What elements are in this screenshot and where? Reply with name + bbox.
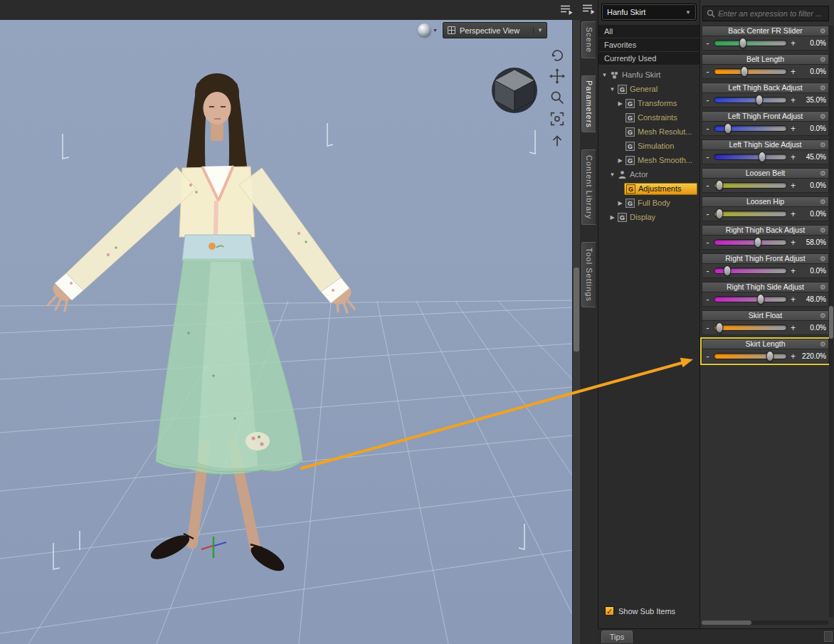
slider-value[interactable]: 0.0% xyxy=(796,267,826,275)
slider-value[interactable]: 0.0% xyxy=(796,181,826,189)
decrement-button[interactable]: - xyxy=(704,39,711,48)
gear-icon[interactable]: ⚙ xyxy=(820,226,826,236)
slider-value[interactable]: 58.0% xyxy=(796,238,826,246)
draw-style-sphere-button[interactable] xyxy=(418,23,431,37)
slider-track[interactable] xyxy=(714,97,787,103)
decrement-button[interactable]: - xyxy=(704,295,711,304)
tree-node-constraints[interactable]: GConstraints xyxy=(598,110,700,125)
decrement-button[interactable]: - xyxy=(704,210,711,218)
gear-icon[interactable]: ⚙ xyxy=(820,26,826,36)
slider-thumb[interactable] xyxy=(756,294,764,305)
decrement-button[interactable]: - xyxy=(704,352,711,361)
viewport-panel-menu-icon[interactable] xyxy=(559,4,575,16)
pane-group-menu-icon[interactable] xyxy=(581,3,597,16)
decrement-button[interactable]: - xyxy=(704,238,711,247)
increment-button[interactable]: + xyxy=(790,39,796,48)
slider-thumb[interactable] xyxy=(716,208,724,219)
slider-thumb[interactable] xyxy=(755,95,763,105)
tab-scene[interactable]: Scene xyxy=(581,21,596,58)
slider-thumb[interactable] xyxy=(739,38,747,48)
pan-tool-icon[interactable] xyxy=(548,67,566,85)
slider-value[interactable]: 0.0% xyxy=(796,210,826,218)
resize-corner[interactable] xyxy=(824,631,833,642)
3d-viewport[interactable]: ▼ Perspective View ▼ xyxy=(0,20,572,644)
rotate-tool-icon[interactable] xyxy=(548,46,566,63)
increment-button[interactable]: + xyxy=(790,324,796,332)
view-cube[interactable] xyxy=(490,65,539,115)
gear-icon[interactable]: ⚙ xyxy=(820,311,826,321)
gear-icon[interactable]: ⚙ xyxy=(820,197,826,207)
scrollbar-handle[interactable] xyxy=(829,306,833,339)
increment-button[interactable]: + xyxy=(790,153,796,162)
tab-tool-settings[interactable]: Tool Settings xyxy=(581,242,596,307)
gear-icon[interactable]: ⚙ xyxy=(820,83,826,93)
gear-icon[interactable]: ⚙ xyxy=(820,283,826,292)
node-selector-dropdown[interactable]: Hanfu Skirt ▼ xyxy=(602,4,696,20)
slider-track[interactable] xyxy=(714,68,787,75)
tab-parameters[interactable]: Parameters xyxy=(581,75,596,132)
slider-value[interactable]: 220.0% xyxy=(796,352,826,360)
decrement-button[interactable]: - xyxy=(704,96,711,105)
increment-button[interactable]: + xyxy=(790,267,796,275)
decrement-button[interactable]: - xyxy=(704,181,711,190)
slider-thumb[interactable] xyxy=(716,322,724,333)
tree-node-display[interactable]: ▶GDisplay xyxy=(598,210,700,224)
slider-value[interactable]: 0.0% xyxy=(796,39,826,47)
slider-track[interactable] xyxy=(714,40,787,46)
filter-input[interactable] xyxy=(718,9,825,18)
tree-node-adjustments[interactable]: GAdjustments xyxy=(598,181,700,196)
tree-expander-icon[interactable]: ▼ xyxy=(608,171,616,178)
increment-button[interactable]: + xyxy=(790,352,796,361)
slider-track[interactable] xyxy=(714,211,787,217)
slider-track[interactable] xyxy=(714,268,787,274)
gear-icon[interactable]: ⚙ xyxy=(820,254,826,264)
tree-expander-icon[interactable]: ▶ xyxy=(616,100,624,107)
increment-button[interactable]: + xyxy=(790,125,796,133)
tree-node-hanfu-skirt[interactable]: ▼Hanfu Skirt xyxy=(598,68,700,82)
slider-value[interactable]: 48.0% xyxy=(796,295,826,303)
show-sub-items-checkbox[interactable]: ✓ xyxy=(605,606,614,616)
slider-thumb[interactable] xyxy=(724,123,732,134)
panel-splitter[interactable] xyxy=(572,20,580,644)
slider-value[interactable]: 0.0% xyxy=(796,324,826,332)
increment-button[interactable]: + xyxy=(790,295,796,304)
zoom-tool-icon[interactable] xyxy=(548,88,566,106)
sliders-hscrollbar[interactable] xyxy=(702,621,828,625)
view-selector-dropdown[interactable]: Perspective View ▼ xyxy=(443,22,547,38)
frame-tool-icon[interactable] xyxy=(548,110,566,127)
tree-expander-icon[interactable]: ▶ xyxy=(616,200,624,206)
tree-node-transforms[interactable]: ▶GTransforms xyxy=(598,96,700,110)
gear-icon[interactable]: ⚙ xyxy=(820,112,826,122)
tree-expander-icon[interactable]: ▼ xyxy=(601,72,608,78)
decrement-button[interactable]: - xyxy=(704,125,711,133)
gear-icon[interactable]: ⚙ xyxy=(820,140,826,150)
scrollbar-handle[interactable] xyxy=(702,621,751,625)
decrement-button[interactable]: - xyxy=(704,267,711,275)
tree-node-actor[interactable]: ▼Actor xyxy=(598,167,700,181)
tips-tab[interactable]: Tips xyxy=(601,630,633,643)
increment-button[interactable]: + xyxy=(790,238,796,247)
slider-thumb[interactable] xyxy=(724,265,732,276)
tree-expander-icon[interactable]: ▼ xyxy=(608,86,616,93)
slider-track[interactable] xyxy=(714,353,787,359)
gear-icon[interactable]: ⚙ xyxy=(820,339,826,349)
scrollbar-handle[interactable] xyxy=(574,268,579,352)
home-tool-icon[interactable] xyxy=(548,131,566,149)
gear-icon[interactable]: ⚙ xyxy=(820,169,826,179)
quick-filter-favorites[interactable]: Favorites xyxy=(598,38,700,52)
increment-button[interactable]: + xyxy=(790,96,796,105)
slider-thumb[interactable] xyxy=(741,66,749,77)
slider-thumb[interactable] xyxy=(766,351,774,361)
slider-track[interactable] xyxy=(714,324,787,331)
tree-expander-icon[interactable]: ▶ xyxy=(616,157,624,164)
slider-value[interactable]: 0.0% xyxy=(796,68,826,75)
tree-node-full-body[interactable]: ▶GFull Body xyxy=(598,196,700,210)
slider-thumb[interactable] xyxy=(754,237,761,248)
slider-track[interactable] xyxy=(714,125,787,132)
decrement-button[interactable]: - xyxy=(704,153,711,162)
chevron-down-icon[interactable]: ▼ xyxy=(433,28,438,33)
decrement-button[interactable]: - xyxy=(704,324,711,332)
increment-button[interactable]: + xyxy=(790,68,796,76)
increment-button[interactable]: + xyxy=(790,181,796,190)
quick-filter-all[interactable]: All xyxy=(598,25,700,38)
